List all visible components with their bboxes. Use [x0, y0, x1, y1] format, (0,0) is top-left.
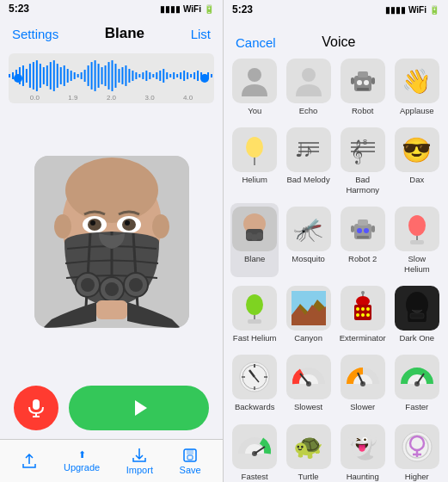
voice-item-bad-melody[interactable]: ♩♪ Bad Melody [284, 124, 332, 198]
cancel-button[interactable]: Cancel [236, 35, 276, 50]
voice-label-robot: Robot [352, 106, 373, 115]
mic-button[interactable] [14, 386, 58, 430]
svg-rect-43 [156, 72, 157, 79]
svg-rect-32 [118, 69, 120, 83]
voice-item-backwards[interactable]: Backwards [230, 351, 279, 415]
voice-label-slower: Slower [350, 402, 375, 411]
share-toolbar-item[interactable] [21, 454, 37, 469]
voice-icon-robot2 [341, 207, 385, 251]
svg-rect-44 [159, 71, 161, 81]
svg-point-70 [125, 220, 130, 226]
voice-item-applause[interactable]: 👋 Applause [393, 55, 441, 119]
svg-point-109 [256, 232, 263, 239]
upgrade-icon: ⬆ [78, 449, 86, 460]
svg-point-74 [81, 278, 95, 292]
voice-item-dax[interactable]: 😎 Dax [393, 124, 441, 198]
bane-avatar-svg [34, 156, 189, 328]
voice-icon-blane [232, 207, 277, 251]
voice-item-robot[interactable]: Robot [338, 55, 388, 119]
svg-rect-28 [105, 65, 107, 86]
svg-rect-84 [187, 455, 193, 460]
voice-item-bad-harmony[interactable]: 𝄞 8 Bad Harmony [338, 124, 388, 198]
right-panel: 5:23 ▮▮▮▮ WiFi 🔋 Cancel Voice You Echo [224, 0, 448, 482]
svg-rect-53 [190, 74, 192, 77]
voice-item-fast-helium[interactable]: Fast Helium [230, 282, 279, 346]
voice-item-slowest[interactable]: Slowest [284, 351, 332, 415]
upgrade-label: Upgrade [64, 462, 100, 473]
voice-icon-helium [232, 127, 277, 172]
import-toolbar-item[interactable]: Import [126, 448, 153, 475]
voice-label-fast-helium: Fast Helium [233, 333, 277, 343]
voice-item-mosquito[interactable]: 🦟 Mosquito [284, 203, 332, 277]
voice-item-echo[interactable]: Echo [284, 55, 332, 119]
voice-item-dark-one[interactable]: Dark One [393, 282, 441, 346]
voice-item-exterminator[interactable]: Exterminator [338, 282, 388, 346]
page-title-left: Blane [105, 25, 144, 42]
voice-icon-applause: 👋 [395, 59, 439, 103]
voice-item-helium[interactable]: Helium [230, 124, 279, 198]
save-toolbar-item[interactable]: Save [180, 448, 201, 475]
svg-rect-10 [43, 67, 45, 84]
voice-item-canyon[interactable]: Canyon [284, 282, 332, 346]
waveform-handle-right[interactable] [200, 74, 209, 83]
voice-icon-backwards [232, 355, 277, 399]
svg-point-132 [361, 313, 365, 317]
voice-icon-dark-one [395, 286, 439, 331]
voice-item-you[interactable]: You [230, 55, 279, 119]
svg-rect-29 [108, 62, 110, 90]
voice-label-bad-harmony: Bad Harmony [340, 175, 386, 195]
upgrade-toolbar-item[interactable]: ⬆ Upgrade [64, 449, 100, 473]
svg-rect-37 [135, 72, 137, 79]
play-button[interactable] [69, 386, 209, 430]
svg-point-135 [361, 291, 365, 294]
voice-label-you: You [248, 106, 261, 115]
voice-label-slowest: Slowest [294, 402, 322, 411]
svg-rect-55 [197, 71, 199, 81]
svg-rect-17 [67, 69, 69, 83]
voice-icon-slow-helium [395, 207, 439, 251]
svg-rect-40 [145, 71, 147, 81]
svg-point-86 [302, 68, 316, 82]
waveform-handle-left[interactable] [14, 74, 22, 83]
svg-rect-27 [101, 67, 103, 84]
svg-point-133 [366, 313, 370, 317]
voice-item-higher[interactable]: Higher [393, 421, 441, 482]
svg-rect-0 [9, 74, 10, 77]
svg-rect-50 [180, 72, 181, 79]
svg-rect-21 [81, 72, 83, 79]
svg-rect-26 [98, 64, 100, 88]
svg-point-69 [90, 220, 95, 226]
voice-item-blane[interactable]: Blane [230, 203, 279, 277]
ruler-mark-1: 1.9 [68, 94, 77, 102]
voice-icon-bad-melody: ♩♪ [286, 127, 331, 172]
list-button[interactable]: List [191, 27, 211, 41]
svg-rect-13 [53, 60, 55, 91]
save-icon [182, 448, 198, 463]
voice-item-fastest[interactable]: Fastest [230, 421, 279, 482]
voice-icon-robot [341, 59, 385, 103]
voice-label-haunting: Haunting [347, 472, 379, 481]
voice-label-dark-one: Dark One [399, 333, 434, 343]
ruler-mark-4: 4.0 [183, 94, 193, 102]
svg-point-90 [364, 80, 369, 85]
voice-item-robot2[interactable]: Robot 2 [338, 203, 388, 277]
settings-button[interactable]: Settings [12, 27, 58, 41]
voice-label-robot2: Robot 2 [348, 254, 377, 263]
svg-point-94 [246, 137, 263, 158]
svg-rect-15 [60, 67, 62, 84]
voice-label-slow-helium: Slow Helium [395, 254, 439, 274]
voice-icon-exterminator [341, 286, 385, 331]
voice-icon-fast-helium [232, 286, 277, 331]
svg-point-89 [357, 80, 362, 85]
voice-item-turtle[interactable]: 🐢 Turtle [284, 421, 332, 482]
svg-point-117 [408, 215, 426, 236]
voice-item-slow-helium[interactable]: Slow Helium [393, 203, 441, 277]
voice-item-haunting[interactable]: 👻 Haunting [338, 421, 388, 482]
voice-item-slower[interactable]: Slower [338, 351, 388, 415]
svg-rect-93 [371, 77, 375, 84]
voice-icon-canyon [286, 286, 331, 331]
voice-item-faster[interactable]: Faster [393, 351, 441, 415]
save-label: Save [180, 465, 201, 475]
voice-icon-slower [341, 355, 385, 399]
voice-icon-slowest [286, 355, 331, 399]
